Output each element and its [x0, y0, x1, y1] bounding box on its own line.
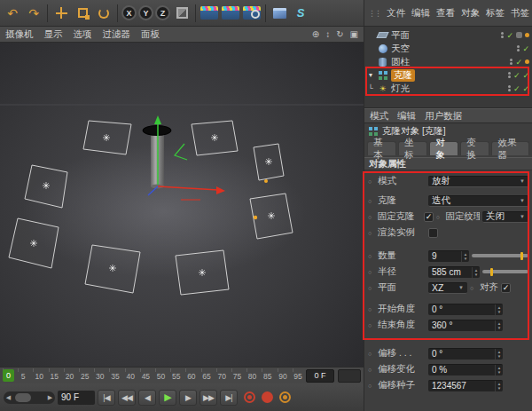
current-frame-field[interactable]: 0 F: [306, 369, 334, 383]
menu-item-mode[interactable]: 模式: [370, 110, 388, 123]
enabled-check-icon[interactable]: ✓: [522, 44, 529, 53]
keyframe-dot[interactable]: ○: [368, 178, 375, 185]
plane-dropdown[interactable]: XZ ▼: [428, 282, 467, 294]
keyframe-dot[interactable]: ○: [368, 351, 375, 357]
tab-transform[interactable]: 变换: [460, 141, 489, 155]
scroll-right-icon[interactable]: ▶: [45, 394, 55, 401]
spinner-icon[interactable]: ▲▼: [495, 320, 503, 331]
slider-thumb[interactable]: [520, 252, 523, 260]
coordinate-system-button[interactable]: [172, 3, 192, 24]
scale-tool-button[interactable]: [73, 3, 92, 24]
viewport-3d[interactable]: [0, 43, 364, 367]
keyframe-dot[interactable]: ○: [368, 285, 375, 291]
area-light-plane-4[interactable]: [254, 144, 284, 180]
keyframe-dot[interactable]: ○: [436, 214, 442, 220]
expand-arrow-icon[interactable]: ▾: [367, 71, 374, 79]
spinner-icon[interactable]: ▲▼: [472, 267, 480, 278]
keyframe-dot[interactable]: ○: [470, 285, 477, 291]
spinner-icon[interactable]: ▲▼: [495, 365, 503, 375]
start-angle-field[interactable]: 0 ° ▲▼: [428, 304, 503, 315]
prev-frame-button[interactable]: ◀: [138, 390, 156, 406]
object-row-plane[interactable]: 平面 ✓: [364, 28, 532, 42]
axis-z-lock-button[interactable]: Z: [155, 5, 170, 20]
object-row-cylinder[interactable]: 圆柱 ✓: [364, 55, 532, 68]
keyframe-dot[interactable]: ○: [368, 322, 375, 328]
spinner-icon[interactable]: ▲▼: [495, 381, 503, 391]
playhead[interactable]: 0: [3, 369, 14, 382]
axis-x-lock-button[interactable]: X: [121, 5, 137, 20]
viewport-canvas[interactable]: [0, 43, 364, 367]
end-angle-field[interactable]: 360 ° ▲▼: [428, 320, 503, 331]
range-box[interactable]: [338, 369, 361, 383]
keyframe-dot[interactable]: ○: [368, 214, 374, 220]
record-options-button[interactable]: [279, 391, 291, 403]
goto-start-button[interactable]: |◀: [98, 390, 115, 406]
menu-item-panel[interactable]: 面板: [141, 28, 160, 41]
offset-variation-field[interactable]: 0 % ▲▼: [428, 364, 503, 375]
selection-handle-dot[interactable]: [254, 216, 257, 219]
enabled-check-icon[interactable]: ✓: [513, 71, 520, 80]
rotate-tool-button[interactable]: [94, 3, 113, 24]
prev-key-button[interactable]: ◀◀: [118, 390, 136, 406]
keyframe-dot[interactable]: ○: [368, 367, 375, 373]
radius-field[interactable]: 585 cm ▲▼: [428, 266, 480, 278]
menu-item-edit[interactable]: 编辑: [397, 110, 416, 123]
radius-slider[interactable]: [482, 267, 528, 277]
offset-seed-field[interactable]: 1234567 ▲▼: [428, 380, 503, 391]
redo-button[interactable]: ↷: [24, 3, 43, 24]
tab-coord[interactable]: 坐标: [398, 141, 427, 155]
spinner-icon[interactable]: ▲▼: [461, 251, 469, 262]
enabled-check-icon[interactable]: ✓: [513, 84, 520, 93]
visibility-dots[interactable]: [508, 72, 511, 78]
record-keyframe-button[interactable]: [244, 391, 255, 403]
menu-item-options[interactable]: 选项: [74, 28, 92, 41]
object-row-sky[interactable]: 天空 ✓: [364, 42, 532, 55]
keyframe-dot[interactable]: ○: [368, 253, 375, 259]
keyframe-dot[interactable]: ○: [368, 198, 375, 204]
next-frame-button[interactable]: ▶: [179, 390, 197, 406]
menu-item-file[interactable]: 文件: [387, 7, 405, 20]
visibility-dots[interactable]: [510, 59, 512, 65]
menu-item-filter[interactable]: 过滤器: [103, 28, 131, 41]
goto-end-button[interactable]: ▶|: [220, 390, 238, 406]
count-slider[interactable]: [472, 251, 528, 261]
keyframe-dot[interactable]: ○: [368, 383, 375, 389]
menu-item-display[interactable]: 显示: [44, 28, 63, 41]
object-row-light[interactable]: └ ☀ 灯光 ✓ ✓: [364, 82, 532, 95]
next-key-button[interactable]: ▶▶: [200, 390, 217, 406]
keyframe-dot[interactable]: ○: [368, 230, 375, 236]
area-light-plane-7[interactable]: [85, 245, 140, 293]
enabled-check-icon[interactable]: ✓: [515, 58, 522, 67]
area-light-plane-1[interactable]: [83, 121, 131, 154]
object-row-cloner[interactable]: ▾ 克隆 ✓ ✓: [364, 68, 532, 82]
visibility-dots[interactable]: [517, 45, 520, 51]
tab-basic[interactable]: 基本: [367, 141, 396, 155]
texture-tag-icon[interactable]: [525, 33, 529, 37]
scroll-left-icon[interactable]: ◀: [4, 394, 13, 401]
selection-handle-dot[interactable]: [264, 179, 268, 183]
area-light-plane-2[interactable]: [192, 121, 238, 155]
enabled-check-icon[interactable]: ✓: [522, 84, 529, 93]
menu-item-bookmarks[interactable]: 书签: [511, 7, 529, 20]
area-light-plane-8[interactable]: [176, 250, 229, 295]
enabled-check-icon[interactable]: ✓: [522, 71, 529, 80]
keyframe-dot[interactable]: ○: [368, 306, 375, 312]
slider-thumb[interactable]: [490, 268, 493, 276]
move-tool-button[interactable]: [51, 3, 71, 24]
mode-dropdown[interactable]: 放射 ▼: [428, 176, 528, 187]
orbit-icon[interactable]: ↻: [336, 29, 343, 39]
align-checkbox[interactable]: ✓: [501, 283, 511, 293]
clones-dropdown[interactable]: 迭代 ▼: [428, 195, 528, 207]
autokey-button[interactable]: [262, 391, 273, 403]
maximize-icon[interactable]: ▣: [350, 29, 358, 39]
tab-effectors[interactable]: 效果器: [491, 141, 529, 155]
render-view-button[interactable]: [200, 3, 219, 24]
spinner-icon[interactable]: ▲▼: [495, 304, 503, 315]
menu-item-camera[interactable]: 摄像机: [5, 28, 34, 41]
fix-texture-dropdown[interactable]: 关闭 ▼: [482, 211, 528, 223]
zoom-icon[interactable]: ↕: [325, 29, 330, 39]
timeline-ruler[interactable]: 0 5 10 15 20 25 30 35 40 45 50 55 60 65 …: [3, 368, 302, 383]
texture-tag-icon[interactable]: [525, 59, 529, 64]
fix-clone-checkbox[interactable]: ✓: [424, 212, 433, 222]
undo-button[interactable]: ↶: [3, 3, 22, 24]
